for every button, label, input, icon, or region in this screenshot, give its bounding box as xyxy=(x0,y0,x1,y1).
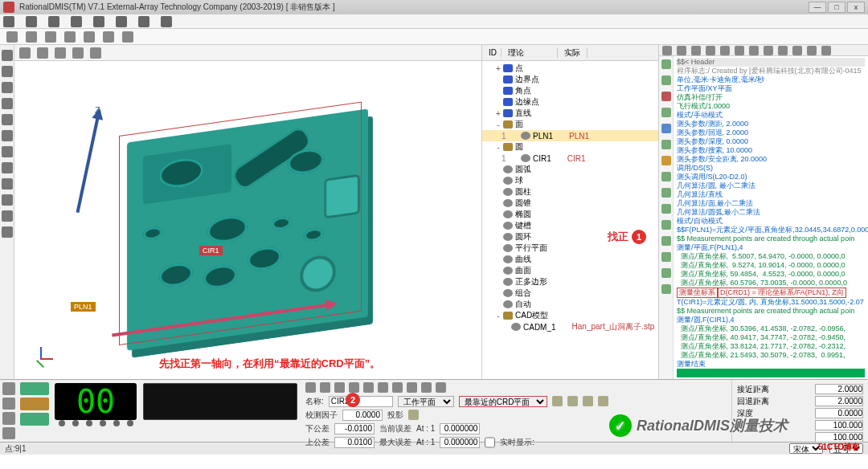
form-tool-icon[interactable] xyxy=(392,382,403,393)
qat-new-icon[interactable] xyxy=(6,31,18,43)
form-icon[interactable] xyxy=(583,396,593,406)
prog-icon[interactable] xyxy=(749,46,759,55)
minimize-button[interactable]: — xyxy=(809,2,826,13)
tree-row[interactable]: 角点 xyxy=(482,85,658,96)
gutter-icon[interactable] xyxy=(661,75,671,85)
gutter-icon[interactable] xyxy=(661,108,671,117)
gutter-icon[interactable] xyxy=(661,204,671,214)
crd-plane-select[interactable]: 最靠近的CRD平面 xyxy=(459,396,547,407)
prog-icon[interactable] xyxy=(807,46,817,55)
tool-icon[interactable] xyxy=(2,130,13,141)
form-icon[interactable] xyxy=(598,396,608,406)
bl-icon[interactable] xyxy=(2,427,15,440)
vp-tool-icon[interactable] xyxy=(37,47,48,59)
form-tool-icon[interactable] xyxy=(407,382,417,393)
tool-icon[interactable] xyxy=(2,98,13,109)
tree-row[interactable]: -圆 xyxy=(482,141,658,153)
prog-icon[interactable] xyxy=(720,46,730,55)
tree-col-actual[interactable]: 实际 xyxy=(558,47,588,59)
qat-open-icon[interactable] xyxy=(26,31,37,43)
tree-row[interactable]: 圆柱 xyxy=(482,186,658,198)
form-tool-icon[interactable] xyxy=(334,382,345,393)
qat-icon-5[interactable] xyxy=(84,31,95,43)
lower-input[interactable] xyxy=(334,423,375,434)
form-icon[interactable] xyxy=(567,396,578,406)
tool-icon[interactable] xyxy=(2,82,13,93)
tree-row[interactable]: 1PLN1PLN1 xyxy=(482,130,658,141)
vp-tool-icon[interactable] xyxy=(72,47,84,59)
cur-dev-num[interactable] xyxy=(440,423,480,434)
program-code[interactable]: $$< Header程序标志:/ Created by [爱科腾瑞科技(北京)有… xyxy=(674,56,868,379)
form-tool-icon[interactable] xyxy=(436,382,446,393)
tool-icon[interactable] xyxy=(2,114,13,125)
tool-icon[interactable] xyxy=(2,194,13,206)
menu-icon-8[interactable] xyxy=(161,16,172,27)
tree-row[interactable]: 曲面 xyxy=(482,265,658,276)
gutter-icon[interactable] xyxy=(661,284,671,294)
bl-icon[interactable] xyxy=(2,412,15,425)
approach-input[interactable] xyxy=(815,384,863,394)
gutter-icon[interactable] xyxy=(661,268,671,278)
prog-save-icon[interactable] xyxy=(691,46,701,55)
qat-icon-6[interactable] xyxy=(103,31,114,43)
tool-icon[interactable] xyxy=(2,50,13,61)
form-tool-icon[interactable] xyxy=(363,382,374,393)
tol-input[interactable] xyxy=(342,410,383,421)
name-input[interactable] xyxy=(329,396,393,407)
tree-row[interactable]: 组合 xyxy=(482,288,658,299)
menu-icon-3[interactable] xyxy=(48,16,59,27)
gutter-icon[interactable] xyxy=(661,124,671,133)
menu-icon-6[interactable] xyxy=(116,16,127,27)
upper-input[interactable] xyxy=(334,437,375,448)
gutter-icon[interactable] xyxy=(661,92,671,101)
qat-icon-4[interactable] xyxy=(64,31,76,43)
bl-icon[interactable] xyxy=(2,382,15,395)
tool-icon[interactable] xyxy=(2,162,13,173)
max-dev-num[interactable] xyxy=(440,437,480,448)
param-input[interactable] xyxy=(815,420,863,430)
bm-icon[interactable] xyxy=(20,382,49,395)
tree-row[interactable]: 自动 xyxy=(482,299,658,310)
tree-row[interactable]: 球 xyxy=(482,175,658,186)
prog-new-icon[interactable] xyxy=(662,46,672,55)
tree-row[interactable]: CADM_1Han_part_山洞离子.stp xyxy=(482,321,658,332)
menu-icon-7[interactable] xyxy=(138,16,149,27)
tree-row[interactable]: 1CIR1CIR1 xyxy=(482,153,658,164)
gutter-icon[interactable] xyxy=(661,172,671,181)
tool-icon[interactable] xyxy=(2,146,13,157)
tree-row[interactable]: -CAD模型 xyxy=(482,310,658,321)
tool-icon[interactable] xyxy=(2,66,13,77)
viewport-3d[interactable]: Z PLN1 CIR1 先找正第一轴向，在 xyxy=(14,45,482,379)
prog-run-icon[interactable] xyxy=(706,46,715,55)
gutter-icon[interactable] xyxy=(661,236,671,246)
prog-icon[interactable] xyxy=(821,46,831,55)
tree-body[interactable]: +点边界点角点边缘点+直线-面1PLN1PLN1-圆1CIR1CIR1圆弧球圆柱… xyxy=(482,61,658,379)
menu-icon-2[interactable] xyxy=(26,16,37,27)
gutter-icon[interactable] xyxy=(661,188,671,198)
bm-icon[interactable] xyxy=(20,398,49,410)
realtime-checkbox[interactable] xyxy=(485,437,495,448)
tree-row[interactable]: +直线 xyxy=(482,108,658,119)
form-tool-diamond-icon[interactable] xyxy=(305,382,316,393)
vp-tool-icon[interactable] xyxy=(19,47,31,59)
retract-input[interactable] xyxy=(815,396,863,406)
bm-icon[interactable] xyxy=(20,413,49,426)
prog-icon[interactable] xyxy=(792,46,802,55)
workplane-select[interactable]: 工作平面 xyxy=(398,396,454,407)
tree-row[interactable]: 曲线 xyxy=(482,254,658,265)
prog-open-icon[interactable] xyxy=(677,46,686,55)
gutter-icon[interactable] xyxy=(661,252,671,262)
tool-icon[interactable] xyxy=(2,226,13,238)
graph-canvas[interactable] xyxy=(143,383,297,420)
menu-icon-1[interactable] xyxy=(3,16,14,27)
gutter-icon[interactable] xyxy=(661,140,671,149)
tree-row[interactable]: 圆锥 xyxy=(482,198,658,209)
gutter-icon[interactable] xyxy=(661,156,671,165)
vp-tool-icon[interactable] xyxy=(55,47,66,59)
form-tool-icon[interactable] xyxy=(421,382,432,393)
feature-label-pln[interactable]: PLN1 xyxy=(71,302,96,312)
tree-row[interactable]: 边缘点 xyxy=(482,96,658,108)
prog-icon[interactable] xyxy=(735,46,744,55)
form-tool-icon[interactable] xyxy=(378,382,388,393)
tool-icon[interactable] xyxy=(2,178,13,190)
